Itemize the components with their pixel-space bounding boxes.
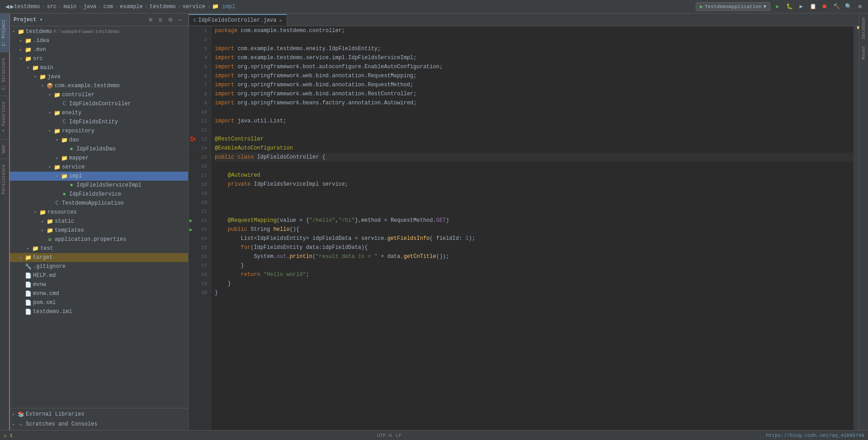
tree-item-entity[interactable]: ▸ C IdpFieldsEntity (10, 117, 188, 126)
icon-test: 📁 (32, 245, 39, 252)
tree-item-templates[interactable]: ▸ 📁 templates (10, 226, 188, 235)
tree-item-mapper[interactable]: ▸ 📁 mapper (10, 154, 188, 163)
bc-java[interactable]: java (84, 4, 97, 10)
collapse-all-button[interactable]: — (176, 16, 184, 24)
tree-item-serviceimpl[interactable]: ▸ ● IdpFieldsServiceImpl (10, 181, 188, 190)
tab-persistence[interactable]: Persistence (0, 159, 9, 200)
tab-close-btn[interactable]: ✕ (279, 18, 282, 23)
nav-back[interactable]: ◀ (5, 3, 9, 10)
arrow-mapper: ▸ (53, 154, 61, 162)
settings-button[interactable]: ⚙ (855, 2, 864, 11)
tree-item-impl[interactable]: ▾ 📁 impl (10, 172, 188, 181)
label-iml: testdemo.iml (33, 309, 72, 315)
icon-pom: 📄 (24, 299, 32, 306)
tree-item-service[interactable]: ▾ 📁 service (10, 163, 188, 172)
tree-item-idea[interactable]: ▸ 📁 .idea (10, 36, 188, 45)
icon-idpdao: ● (68, 145, 75, 153)
bc-main[interactable]: main (64, 4, 77, 10)
label-idpctrl: IdpFieldsController (69, 101, 131, 107)
bc-src[interactable]: src (47, 4, 57, 10)
tree-item-test[interactable]: ▸ 📁 test (10, 244, 188, 253)
tree-item-main[interactable]: ▾ 📁 main (10, 63, 188, 72)
icon-idpctrl: C (61, 100, 68, 108)
run-config-dropdown[interactable]: ▼ (763, 4, 766, 9)
coverage-button[interactable]: ▶ (797, 2, 806, 11)
tab-project[interactable]: 1: Project (0, 14, 9, 52)
tab-structure[interactable]: 2: Structure (0, 52, 9, 96)
stop-button[interactable]: ⏹ (820, 2, 829, 11)
right-tab-database[interactable]: Database (860, 14, 867, 42)
code-line-15: public class IdpFieldsController { (215, 153, 854, 162)
nav-forward[interactable]: ▶ (10, 3, 14, 10)
code-line-28: return "Hello world"; (215, 270, 854, 279)
profile-button[interactable]: 📋 (808, 2, 817, 11)
warn-indicator (857, 26, 859, 29)
tree-item-target[interactable]: ▸ 📁 target (10, 253, 188, 262)
tree-item-help[interactable]: ▸ 📄 HELP.md (10, 271, 188, 280)
run-config[interactable]: ▶ TestdemoApplication ▼ (696, 2, 770, 11)
right-tab-maven[interactable]: Maven (860, 42, 867, 63)
bc-testdemo[interactable]: testdemo (14, 4, 40, 10)
code-line-1: package com.example.testdemo.controller; (215, 26, 854, 35)
tree-item-appprops[interactable]: ▸ ⚙ application.properties (10, 235, 188, 244)
tree-item-iservice[interactable]: ▸ ● IdpFieldsService (10, 190, 188, 199)
arrow-testdemo: ▾ (10, 28, 17, 35)
tree-item-scratches[interactable]: ▸ ✏ Scratches and Consoles (10, 419, 188, 429)
top-bar: ◀ ▶ testdemo › src › main › java › com ›… (0, 0, 868, 14)
label-scratches: Scratches and Consoles (26, 421, 97, 427)
gutter-21: 21 (189, 207, 211, 216)
status-encoding: UTF-8 (377, 433, 392, 438)
tree-item-pom[interactable]: ▸ 📄 pom.xml (10, 298, 188, 307)
icon-src: 📁 (24, 55, 32, 62)
gutter-9: 9 (189, 98, 211, 108)
icon-java: 📁 (39, 73, 46, 80)
bc-com[interactable]: com (104, 4, 113, 10)
status-warnings[interactable]: ⚠ 1 (4, 432, 13, 438)
tree-item-mvnw[interactable]: ▸ 📄 mvnw (10, 280, 188, 289)
tree-item-mvn[interactable]: ▸ 📁 .mvn (10, 45, 188, 54)
tab-web[interactable]: Web (0, 139, 9, 159)
label-src: src (33, 56, 43, 62)
tree-item-git[interactable]: ▸ 🔧 .gitignore (10, 262, 188, 271)
code-line-25: for(IdpFieldsEntity data:idpFieldData){ (215, 243, 854, 252)
bc-impl[interactable]: 📁 impl (212, 3, 235, 10)
bc-service[interactable]: service (183, 4, 205, 10)
tab-favorites[interactable]: ★ Favorites (0, 96, 9, 139)
tree-item-com[interactable]: ▾ 📦 com.example.testdemo (10, 81, 188, 90)
tree-item-static[interactable]: ▸ 📁 static (10, 217, 188, 226)
status-link[interactable]: https://blog.csdn.net/qq_42805749 (766, 433, 864, 438)
tree-item-controller[interactable]: ▾ 📁 controller (10, 90, 188, 99)
tree-item-iml[interactable]: ▸ 📄 testdemo.iml (10, 307, 188, 316)
tree-item-app[interactable]: ▸ C TestdemoApplication (10, 199, 188, 208)
arrow-controller: ▾ (46, 91, 53, 98)
tree-item-ext-libs[interactable]: ▸ 📚 External Libraries (10, 409, 188, 419)
locate-button[interactable]: ⊕ (146, 16, 155, 24)
tree-item-mvnwcmd[interactable]: ▸ 📄 mvnw.cmd (10, 289, 188, 298)
arrow-ext-libs: ▸ (10, 411, 17, 418)
debug-button[interactable]: 🐛 (785, 2, 794, 11)
tree-item-dao[interactable]: ▾ 📁 dao (10, 136, 188, 145)
editor-tab-idpctrl[interactable]: C IdpFieldsController.java ✕ (189, 14, 287, 26)
tree-item-resources[interactable]: ▾ 📁 resources (10, 208, 188, 217)
gutter-15: 15 (189, 153, 211, 162)
tree-item-idpctrl[interactable]: ▸ C IdpFieldsController (10, 99, 188, 108)
bc-testdemo2[interactable]: testdemo (150, 4, 176, 10)
gutter-23: ▶23 (189, 225, 211, 234)
bc-example[interactable]: example (120, 4, 142, 10)
tree-item-repo[interactable]: ▾ 📁 repository (10, 126, 188, 136)
tree-item-src[interactable]: ▾ 📁 src (10, 54, 188, 63)
tree-item-idpdao[interactable]: ▸ ● IdpFieldsDao (10, 145, 188, 154)
tree-item-testdemo[interactable]: ▾ 📁 testdemo F:\wamp64\www\testdemo (10, 27, 188, 36)
settings-tree-button[interactable]: ⚙ (166, 16, 175, 24)
tree-container[interactable]: ▾ 📁 testdemo F:\wamp64\www\testdemo ▸ 📁 … (10, 26, 188, 408)
run-button[interactable]: ▶ (773, 2, 782, 11)
sort-button[interactable]: ⇅ (156, 16, 165, 24)
tree-item-eneity[interactable]: ▾ 📁 eneity (10, 108, 188, 117)
code-content[interactable]: package com.example.testdemo.controller;… (211, 26, 854, 430)
search-button[interactable]: 🔍 (844, 2, 853, 11)
build-button[interactable]: 🔨 (832, 2, 841, 11)
label-mvn: .mvn (33, 47, 46, 53)
label-mvnw: mvnw (33, 281, 46, 288)
code-line-23: public String hello(){ (215, 225, 854, 234)
tree-item-java[interactable]: ▾ 📁 java (10, 72, 188, 81)
